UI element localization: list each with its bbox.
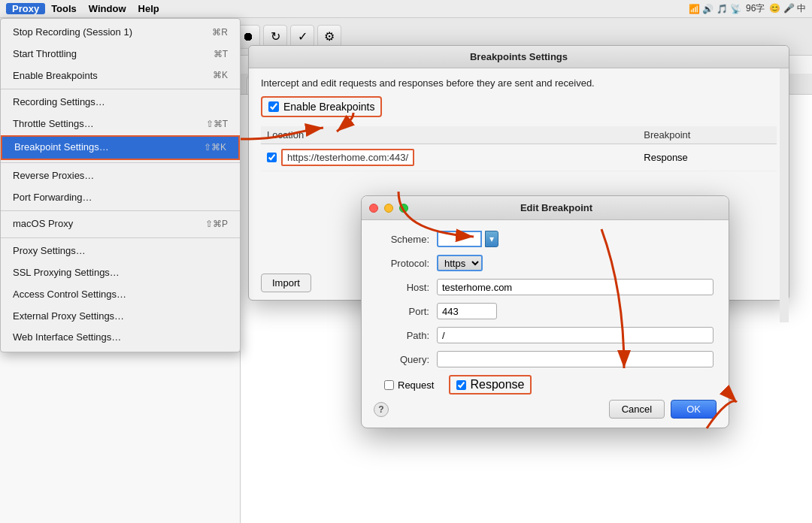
edit-bp-title-bar: Edit Breakpoint bbox=[362, 196, 729, 220]
menu-item-label: Proxy Settings… bbox=[13, 243, 86, 259]
menu-tools[interactable]: Tools bbox=[45, 3, 83, 14]
menu-access-control[interactable]: Access Control Settings… bbox=[1, 284, 240, 306]
menu-separator-1 bbox=[1, 89, 240, 89]
menu-external-proxy[interactable]: External Proxy Settings… bbox=[1, 306, 240, 328]
protocol-label: Protocol: bbox=[377, 258, 429, 269]
menu-recording-settings[interactable]: Recording Settings… bbox=[1, 92, 240, 113]
location-url: https://testerhome.com:443/ bbox=[281, 149, 414, 166]
port-row: Port: bbox=[377, 303, 714, 319]
menu-item-shortcut: ⇧⌘T bbox=[206, 117, 228, 132]
request-label: Request bbox=[398, 379, 434, 391]
menu-start-throttling[interactable]: Start Throttling ⌘T bbox=[1, 44, 240, 65]
protocol-select[interactable]: https bbox=[437, 255, 483, 271]
edit-bp-title: Edit Breakpoint bbox=[414, 202, 698, 213]
help-button[interactable]: ? bbox=[374, 402, 389, 417]
scheme-label: Scheme: bbox=[377, 234, 429, 245]
menu-ssl-proxying[interactable]: SSL Proxying Settings… bbox=[1, 262, 240, 284]
system-icons: 📶 🔊 🎵 📡 bbox=[689, 4, 741, 14]
emoji-icon: 😊 🎤 中 bbox=[769, 2, 806, 15]
table-row: https://testerhome.com:443/ Response bbox=[261, 144, 777, 171]
menu-item-label: Enable Breakpoints bbox=[13, 68, 98, 84]
col-location: Location bbox=[261, 126, 638, 144]
menu-proxy[interactable]: Proxy bbox=[6, 3, 45, 14]
import-button[interactable]: Import bbox=[261, 274, 311, 292]
query-row: Query: bbox=[377, 351, 714, 367]
menu-item-label: Access Control Settings… bbox=[13, 287, 126, 303]
menu-item-shortcut: ⌘K bbox=[213, 68, 228, 83]
table-cell-location: https://testerhome.com:443/ bbox=[261, 144, 638, 171]
menu-separator-3 bbox=[1, 210, 240, 211]
host-label: Host: bbox=[377, 282, 429, 293]
host-row: Host: bbox=[377, 279, 714, 295]
path-row: Path: bbox=[377, 327, 714, 343]
scrollbar[interactable] bbox=[780, 68, 789, 322]
port-label: Port: bbox=[377, 306, 429, 317]
ok-button[interactable]: OK bbox=[671, 400, 717, 419]
breakpoints-dialog-body: Intercept and edit requests and response… bbox=[249, 68, 789, 180]
menu-enable-breakpoints[interactable]: Enable Breakpoints ⌘K bbox=[1, 65, 240, 87]
host-input[interactable] bbox=[437, 279, 714, 295]
edit-bp-body: Scheme: ▾ Protocol: https Host: Port: Pa… bbox=[362, 220, 729, 405]
protocol-row: Protocol: https bbox=[377, 255, 714, 271]
response-checkbox-container[interactable]: Response bbox=[449, 375, 532, 395]
menu-item-label: Stop Recording (Session 1) bbox=[13, 25, 132, 41]
scheme-row: Scheme: ▾ bbox=[377, 231, 714, 247]
menu-bar-right: 📶 🔊 🎵 📡 96字 😊 🎤 中 bbox=[689, 2, 806, 15]
scheme-input[interactable] bbox=[437, 231, 482, 247]
edit-bp-footer: ? Cancel OK bbox=[374, 400, 717, 419]
menu-item-label: Start Throttling bbox=[13, 47, 77, 62]
path-input[interactable] bbox=[437, 327, 714, 343]
request-checkbox-label[interactable]: Request bbox=[384, 379, 434, 391]
menu-port-forwarding[interactable]: Port Forwarding… bbox=[1, 187, 240, 209]
enable-breakpoints-row[interactable]: Enable Breakpoints bbox=[261, 96, 382, 117]
dialog-description: Intercept and edit requests and response… bbox=[261, 77, 777, 89]
enable-breakpoints-label: Enable Breakpoints bbox=[283, 101, 374, 113]
path-label: Path: bbox=[377, 330, 429, 341]
menu-item-shortcut: ⌘T bbox=[214, 47, 228, 62]
menu-item-shortcut: ⇧⌘K bbox=[204, 141, 226, 155]
menu-item-shortcut: ⇧⌘P bbox=[205, 217, 228, 231]
menu-item-label: macOS Proxy bbox=[13, 216, 73, 232]
location-cell: https://testerhome.com:443/ bbox=[267, 149, 632, 166]
edit-breakpoint-dialog: Edit Breakpoint Scheme: ▾ Protocol: http… bbox=[361, 195, 729, 428]
menu-item-label: Recording Settings… bbox=[13, 95, 105, 110]
cancel-button[interactable]: Cancel bbox=[609, 400, 665, 419]
menu-item-label: SSL Proxying Settings… bbox=[13, 265, 120, 281]
response-label: Response bbox=[470, 378, 524, 391]
close-button[interactable] bbox=[369, 204, 378, 213]
row-checkbox[interactable] bbox=[267, 153, 277, 162]
menu-item-label: Breakpoint Settings… bbox=[14, 140, 109, 156]
menu-stop-recording[interactable]: Stop Recording (Session 1) ⌘R bbox=[1, 22, 240, 44]
menu-breakpoint-settings[interactable]: Breakpoint Settings… ⇧⌘K bbox=[1, 135, 240, 160]
breakpoints-table: Location Breakpoint https://testerhome.c… bbox=[261, 126, 777, 171]
scheme-dropdown-button[interactable]: ▾ bbox=[485, 231, 498, 247]
checkbox-row: Request Response bbox=[377, 375, 714, 395]
request-checkbox[interactable] bbox=[384, 380, 394, 390]
char-count: 96字 bbox=[746, 2, 765, 15]
query-label: Query: bbox=[377, 354, 429, 365]
menu-item-shortcut: ⌘R bbox=[212, 26, 228, 40]
menu-item-label: Port Forwarding… bbox=[13, 190, 92, 206]
port-input[interactable] bbox=[437, 303, 497, 319]
breakpoints-dialog-title: Breakpoints Settings bbox=[249, 46, 789, 68]
query-input[interactable] bbox=[437, 351, 714, 367]
menu-separator-2 bbox=[1, 162, 240, 163]
menu-bar: Proxy Tools Window Help 📶 🔊 🎵 📡 96字 😊 🎤 … bbox=[0, 0, 812, 18]
menu-help[interactable]: Help bbox=[132, 3, 165, 14]
menu-item-label: External Proxy Settings… bbox=[13, 309, 124, 325]
menu-separator-4 bbox=[1, 237, 240, 238]
menu-throttle-settings[interactable]: Throttle Settings… ⇧⌘T bbox=[1, 113, 240, 135]
scheme-input-group: ▾ bbox=[437, 231, 498, 247]
menu-proxy-settings[interactable]: Proxy Settings… bbox=[1, 240, 240, 262]
maximize-button[interactable] bbox=[399, 204, 408, 213]
minimize-button[interactable] bbox=[384, 204, 393, 213]
menu-web-interface[interactable]: Web Interface Settings… bbox=[1, 327, 240, 349]
col-breakpoint: Breakpoint bbox=[638, 126, 777, 144]
menu-reverse-proxies[interactable]: Reverse Proxies… bbox=[1, 165, 240, 187]
proxy-dropdown-menu: Stop Recording (Session 1) ⌘R Start Thro… bbox=[0, 18, 241, 352]
menu-window[interactable]: Window bbox=[83, 3, 132, 14]
menu-item-label: Reverse Proxies… bbox=[13, 168, 94, 184]
menu-macos-proxy[interactable]: macOS Proxy ⇧⌘P bbox=[1, 213, 240, 235]
response-checkbox[interactable] bbox=[456, 380, 466, 390]
enable-breakpoints-checkbox[interactable] bbox=[268, 101, 279, 112]
